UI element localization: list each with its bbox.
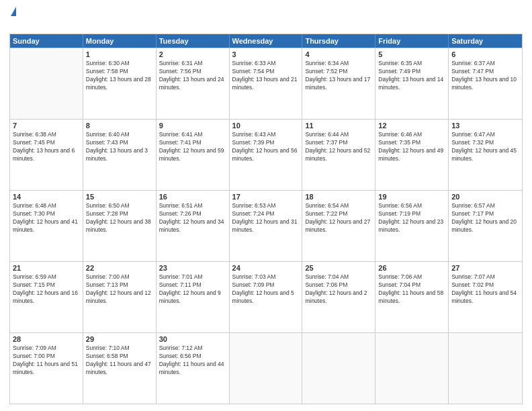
day-info: Sunrise: 7:03 AM Sunset: 7:09 PM Dayligh… bbox=[232, 273, 300, 306]
day-number: 3 bbox=[232, 50, 300, 58]
weekday-header-friday: Friday bbox=[375, 34, 449, 48]
day-number: 19 bbox=[378, 193, 445, 201]
week-row-4: 21Sunrise: 6:59 AM Sunset: 7:15 PM Dayli… bbox=[10, 261, 522, 332]
day-number: 30 bbox=[159, 335, 226, 343]
day-info: Sunrise: 6:41 AM Sunset: 7:41 PM Dayligh… bbox=[159, 131, 226, 163]
logo bbox=[9, 7, 16, 28]
day-number: 4 bbox=[305, 50, 372, 58]
day-number: 25 bbox=[305, 264, 372, 272]
cal-cell-15: 15Sunrise: 6:50 AM Sunset: 7:28 PM Dayli… bbox=[83, 191, 157, 261]
cal-cell-27: 27Sunrise: 7:07 AM Sunset: 7:02 PM Dayli… bbox=[449, 262, 522, 332]
cal-cell-30: 30Sunrise: 7:12 AM Sunset: 6:56 PM Dayli… bbox=[157, 333, 230, 404]
day-number: 9 bbox=[159, 122, 226, 130]
day-number: 15 bbox=[86, 193, 153, 201]
cal-cell-empty-4-6 bbox=[449, 333, 522, 404]
day-number: 1 bbox=[86, 50, 153, 58]
day-info: Sunrise: 6:31 AM Sunset: 7:56 PM Dayligh… bbox=[159, 60, 226, 92]
day-info: Sunrise: 6:51 AM Sunset: 7:26 PM Dayligh… bbox=[159, 202, 226, 234]
day-number: 24 bbox=[232, 264, 300, 272]
day-number: 6 bbox=[451, 50, 519, 58]
cal-cell-18: 18Sunrise: 6:54 AM Sunset: 7:22 PM Dayli… bbox=[302, 191, 375, 261]
cal-cell-2: 2Sunrise: 6:31 AM Sunset: 7:56 PM Daylig… bbox=[157, 48, 230, 119]
cal-cell-empty-0-0 bbox=[10, 48, 83, 119]
day-number: 27 bbox=[451, 264, 519, 272]
day-info: Sunrise: 6:44 AM Sunset: 7:37 PM Dayligh… bbox=[305, 131, 372, 163]
day-info: Sunrise: 6:46 AM Sunset: 7:35 PM Dayligh… bbox=[378, 131, 445, 163]
cal-cell-9: 9Sunrise: 6:41 AM Sunset: 7:41 PM Daylig… bbox=[157, 120, 230, 190]
weekday-header-tuesday: Tuesday bbox=[157, 34, 230, 48]
cal-cell-25: 25Sunrise: 7:04 AM Sunset: 7:06 PM Dayli… bbox=[302, 262, 375, 332]
day-info: Sunrise: 6:57 AM Sunset: 7:17 PM Dayligh… bbox=[451, 202, 519, 234]
day-info: Sunrise: 7:07 AM Sunset: 7:02 PM Dayligh… bbox=[451, 273, 519, 306]
day-info: Sunrise: 7:00 AM Sunset: 7:13 PM Dayligh… bbox=[86, 273, 153, 306]
cal-cell-26: 26Sunrise: 7:06 AM Sunset: 7:04 PM Dayli… bbox=[375, 262, 449, 332]
cal-cell-20: 20Sunrise: 6:57 AM Sunset: 7:17 PM Dayli… bbox=[449, 191, 522, 261]
day-number: 22 bbox=[86, 264, 153, 272]
day-info: Sunrise: 7:12 AM Sunset: 6:56 PM Dayligh… bbox=[159, 345, 226, 377]
day-number: 29 bbox=[86, 335, 153, 343]
calendar-body: 1Sunrise: 6:30 AM Sunset: 7:58 PM Daylig… bbox=[10, 48, 522, 404]
week-row-1: 1Sunrise: 6:30 AM Sunset: 7:58 PM Daylig… bbox=[10, 48, 522, 119]
day-number: 28 bbox=[13, 335, 80, 343]
day-info: Sunrise: 6:40 AM Sunset: 7:43 PM Dayligh… bbox=[86, 131, 153, 163]
day-info: Sunrise: 6:50 AM Sunset: 7:28 PM Dayligh… bbox=[86, 202, 153, 234]
day-info: Sunrise: 6:48 AM Sunset: 7:30 PM Dayligh… bbox=[13, 202, 80, 234]
cal-cell-23: 23Sunrise: 7:01 AM Sunset: 7:11 PM Dayli… bbox=[157, 262, 230, 332]
day-info: Sunrise: 7:06 AM Sunset: 7:04 PM Dayligh… bbox=[378, 273, 445, 306]
cal-cell-7: 7Sunrise: 6:38 AM Sunset: 7:45 PM Daylig… bbox=[10, 120, 83, 190]
weekday-header-sunday: Sunday bbox=[10, 34, 83, 48]
day-number: 14 bbox=[13, 193, 80, 201]
page: SundayMondayTuesdayWednesdayThursdayFrid… bbox=[0, 0, 532, 411]
day-info: Sunrise: 6:56 AM Sunset: 7:19 PM Dayligh… bbox=[378, 202, 445, 234]
day-info: Sunrise: 7:09 AM Sunset: 7:00 PM Dayligh… bbox=[13, 345, 80, 377]
day-info: Sunrise: 6:43 AM Sunset: 7:39 PM Dayligh… bbox=[232, 131, 300, 163]
day-number: 16 bbox=[159, 193, 226, 201]
day-info: Sunrise: 6:54 AM Sunset: 7:22 PM Dayligh… bbox=[305, 202, 372, 234]
cal-cell-5: 5Sunrise: 6:35 AM Sunset: 7:49 PM Daylig… bbox=[375, 48, 449, 119]
day-info: Sunrise: 6:37 AM Sunset: 7:47 PM Dayligh… bbox=[451, 60, 519, 92]
day-info: Sunrise: 7:10 AM Sunset: 6:58 PM Dayligh… bbox=[86, 345, 153, 377]
weekday-header-thursday: Thursday bbox=[302, 34, 375, 48]
day-number: 10 bbox=[232, 122, 300, 130]
cal-cell-empty-4-5 bbox=[375, 333, 449, 404]
cal-cell-14: 14Sunrise: 6:48 AM Sunset: 7:30 PM Dayli… bbox=[10, 191, 83, 261]
cal-cell-29: 29Sunrise: 7:10 AM Sunset: 6:58 PM Dayli… bbox=[83, 333, 157, 404]
day-number: 12 bbox=[378, 122, 445, 130]
cal-cell-21: 21Sunrise: 6:59 AM Sunset: 7:15 PM Dayli… bbox=[10, 262, 83, 332]
day-number: 11 bbox=[305, 122, 372, 130]
day-info: Sunrise: 6:38 AM Sunset: 7:45 PM Dayligh… bbox=[13, 131, 80, 163]
day-number: 26 bbox=[378, 264, 445, 272]
day-number: 18 bbox=[305, 193, 372, 201]
cal-cell-22: 22Sunrise: 7:00 AM Sunset: 7:13 PM Dayli… bbox=[83, 262, 157, 332]
day-info: Sunrise: 6:53 AM Sunset: 7:24 PM Dayligh… bbox=[232, 202, 300, 234]
day-number: 21 bbox=[13, 264, 80, 272]
cal-cell-3: 3Sunrise: 6:33 AM Sunset: 7:54 PM Daylig… bbox=[230, 48, 303, 119]
cal-cell-11: 11Sunrise: 6:44 AM Sunset: 7:37 PM Dayli… bbox=[302, 120, 375, 190]
cal-cell-8: 8Sunrise: 6:40 AM Sunset: 7:43 PM Daylig… bbox=[83, 120, 157, 190]
day-number: 5 bbox=[378, 50, 445, 58]
day-number: 7 bbox=[13, 122, 80, 130]
logo-triangle-icon bbox=[11, 7, 16, 16]
cal-cell-4: 4Sunrise: 6:34 AM Sunset: 7:52 PM Daylig… bbox=[302, 48, 375, 119]
week-row-2: 7Sunrise: 6:38 AM Sunset: 7:45 PM Daylig… bbox=[10, 119, 522, 190]
cal-cell-12: 12Sunrise: 6:46 AM Sunset: 7:35 PM Dayli… bbox=[375, 120, 449, 190]
day-info: Sunrise: 6:33 AM Sunset: 7:54 PM Dayligh… bbox=[232, 60, 300, 92]
cal-cell-24: 24Sunrise: 7:03 AM Sunset: 7:09 PM Dayli… bbox=[230, 262, 303, 332]
weekday-header-monday: Monday bbox=[83, 34, 157, 48]
cal-cell-1: 1Sunrise: 6:30 AM Sunset: 7:58 PM Daylig… bbox=[83, 48, 157, 119]
day-number: 8 bbox=[86, 122, 153, 130]
day-info: Sunrise: 7:01 AM Sunset: 7:11 PM Dayligh… bbox=[159, 273, 226, 306]
cal-cell-6: 6Sunrise: 6:37 AM Sunset: 7:47 PM Daylig… bbox=[449, 48, 522, 119]
weekday-header-wednesday: Wednesday bbox=[230, 34, 303, 48]
day-number: 13 bbox=[451, 122, 519, 130]
day-number: 23 bbox=[159, 264, 226, 272]
day-info: Sunrise: 6:59 AM Sunset: 7:15 PM Dayligh… bbox=[13, 273, 80, 306]
cal-cell-empty-4-3 bbox=[230, 333, 303, 404]
day-info: Sunrise: 6:30 AM Sunset: 7:58 PM Dayligh… bbox=[86, 60, 153, 92]
calendar: SundayMondayTuesdayWednesdayThursdayFrid… bbox=[9, 34, 523, 404]
day-info: Sunrise: 7:04 AM Sunset: 7:06 PM Dayligh… bbox=[305, 273, 372, 306]
day-info: Sunrise: 6:35 AM Sunset: 7:49 PM Dayligh… bbox=[378, 60, 445, 92]
cal-cell-16: 16Sunrise: 6:51 AM Sunset: 7:26 PM Dayli… bbox=[157, 191, 230, 261]
cal-cell-13: 13Sunrise: 6:47 AM Sunset: 7:32 PM Dayli… bbox=[449, 120, 522, 190]
day-number: 20 bbox=[451, 193, 519, 201]
